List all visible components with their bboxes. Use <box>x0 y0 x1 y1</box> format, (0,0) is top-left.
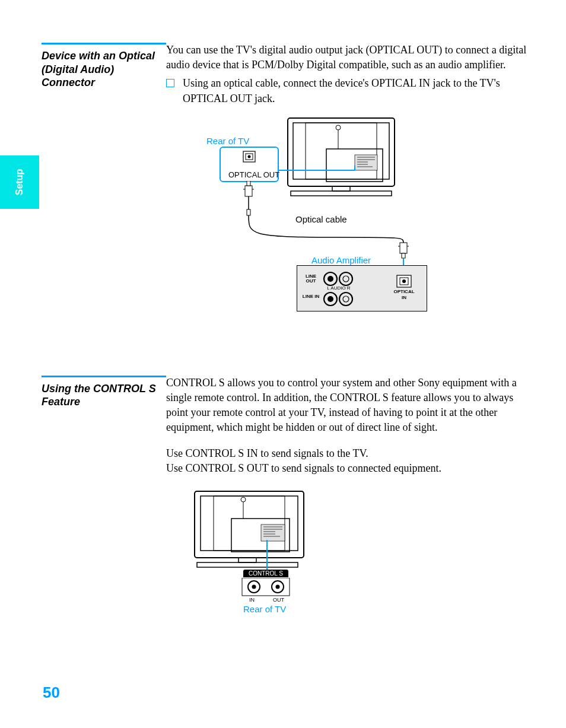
svg-point-13 <box>336 125 341 130</box>
svg-rect-53 <box>239 558 256 562</box>
section-rule <box>42 376 166 377</box>
svg-point-32 <box>339 272 352 285</box>
paragraph-2: Use CONTROL S IN to send signals to the … <box>166 446 530 461</box>
label-optical-in-1: OPTICAL <box>391 290 417 294</box>
svg-point-16 <box>248 155 251 158</box>
label-audio-amplifier: Audio Amplifier <box>311 255 371 265</box>
svg-point-60 <box>276 584 280 589</box>
section-title-column: Device with an Optical (Digital Audio) C… <box>24 36 166 90</box>
svg-point-58 <box>252 584 256 589</box>
paragraph-1: CONTROL S allows you to control your sys… <box>166 376 530 435</box>
figure-optical-connection: Rear of TV <box>190 113 439 327</box>
side-tab-label: Setup <box>14 169 25 195</box>
section-rule <box>42 43 166 44</box>
side-tab-setup: Setup <box>0 155 39 209</box>
svg-point-36 <box>339 293 352 306</box>
bullet-item: Using an optical cable, connect the devi… <box>166 76 530 106</box>
svg-point-33 <box>343 276 349 282</box>
svg-rect-24 <box>400 243 407 253</box>
section-body-column: CONTROL S allows you to control your sys… <box>166 368 542 617</box>
label-rear-of-tv: Rear of TV <box>206 136 249 146</box>
section-body-column: You can use the TV's digital audio outpu… <box>166 36 542 327</box>
bullet-text: Using an optical cable, connect the devi… <box>183 76 530 106</box>
amplifier-panel: LINE OUT LINE IN L AUDIO R OPTICAL IN <box>297 265 427 311</box>
label-in: IN <box>249 597 255 603</box>
figure-control-s: CONTROL S IN OUT Rear of TV <box>190 487 344 617</box>
section-control-s: Using the CONTROL S Feature CONTROL S al… <box>24 368 542 617</box>
label-optical-out: OPTICAL OUT <box>228 170 279 179</box>
label-optical-in-2: IN <box>391 295 417 300</box>
label-rear-of-tv: Rear of TV <box>243 604 286 614</box>
label-line-out: LINE OUT <box>301 274 321 284</box>
svg-rect-41 <box>195 491 304 558</box>
svg-rect-54 <box>197 562 298 567</box>
svg-rect-17 <box>245 186 252 196</box>
svg-point-40 <box>402 279 406 283</box>
svg-rect-25 <box>402 253 405 258</box>
svg-rect-42 <box>201 496 298 551</box>
svg-point-31 <box>327 276 333 282</box>
svg-rect-18 <box>247 181 250 186</box>
paragraph-3: Use CONTROL S OUT to send signals to con… <box>166 461 530 476</box>
section-title: Device with an Optical (Digital Audio) C… <box>42 49 166 90</box>
svg-rect-22 <box>247 209 250 215</box>
label-l-audio-r: L AUDIO R <box>326 285 352 291</box>
bullet-marker <box>166 79 174 87</box>
svg-point-37 <box>343 296 349 302</box>
svg-point-35 <box>327 296 333 302</box>
intro-paragraph: You can use the TV's digital audio outpu… <box>166 43 530 72</box>
svg-rect-56 <box>242 578 290 596</box>
section-title: Using the CONTROL S Feature <box>42 382 166 409</box>
document-page: Setup Device with an Optical (Digital Au… <box>0 0 566 728</box>
tv-icon <box>190 487 309 576</box>
section-optical-connector: Device with an Optical (Digital Audio) C… <box>24 36 542 327</box>
svg-rect-43 <box>214 496 285 551</box>
svg-point-52 <box>241 497 246 502</box>
label-out: OUT <box>273 597 284 603</box>
section-title-column: Using the CONTROL S Feature <box>24 368 166 409</box>
label-optical-cable: Optical cable <box>295 214 347 224</box>
label-control-s: CONTROL S <box>243 570 288 577</box>
page-number: 50 <box>43 684 60 702</box>
label-line-in: LINE IN <box>301 294 321 299</box>
